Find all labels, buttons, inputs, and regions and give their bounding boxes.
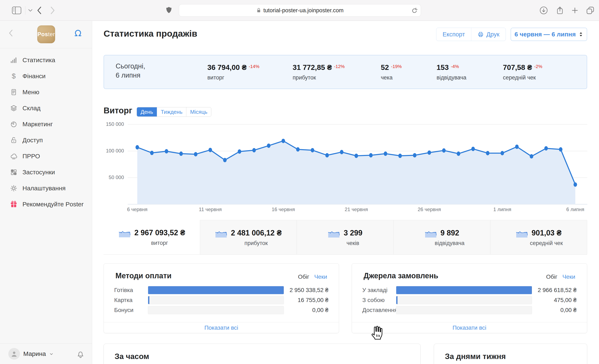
share-icon — [556, 6, 564, 15]
sidebar-item-label: Доступ — [22, 137, 43, 144]
chevron-down-icon — [28, 9, 32, 12]
bar-fill — [396, 286, 532, 294]
metric-value: 52 — [381, 63, 389, 71]
notifications-button[interactable] — [76, 349, 85, 358]
tile-profit[interactable]: 2 481 006,12 ₴ прибуток — [200, 220, 297, 254]
sidebar-item-access[interactable]: Доступ — [0, 132, 92, 148]
sidebar-item-statistics[interactable]: Статистика — [0, 52, 92, 68]
tab-day[interactable]: День — [137, 107, 157, 116]
sidebar-item-recommend[interactable]: Рекомендуйте Poster — [0, 196, 92, 212]
today-title: Сьогодні, 6 липня — [116, 62, 145, 80]
show-all-link[interactable]: Показати всі — [204, 324, 238, 331]
sidebar-menu-button[interactable] — [27, 0, 34, 21]
gear-icon — [9, 184, 18, 192]
sidebar-item-label: Застосунки — [22, 169, 55, 176]
sidebar-item-label: Статистика — [22, 57, 55, 64]
sidebar-item-apps[interactable]: Застосунки — [0, 164, 92, 180]
row-value: 475,00 ₴ — [535, 297, 577, 303]
sidebar-item-warehouse[interactable]: Склад — [0, 100, 92, 116]
person-icon — [10, 350, 18, 357]
new-tab-button[interactable] — [569, 0, 581, 21]
tile-visitors[interactable]: 9 892 відвідувача — [394, 220, 490, 254]
collapse-sidebar-button[interactable] — [8, 29, 13, 37]
bar-chart-icon — [9, 56, 18, 64]
user-name[interactable]: Марина — [23, 350, 46, 357]
by-weekday-panel: За днями тижня — [434, 344, 587, 364]
pos-terminal-button[interactable] — [72, 28, 84, 38]
sidebar-item-label: Фінанси — [22, 73, 45, 80]
metric-label: середній чек — [503, 74, 542, 81]
sidebar-item-menu[interactable]: Меню — [0, 84, 92, 100]
tile-value: 901,03 ₴ — [532, 229, 562, 237]
user-section: Марина — [0, 343, 92, 364]
today-metric-avg-receipt: 707,58 ₴-2% середній чек — [503, 63, 542, 81]
metric-label: прибуток — [293, 74, 345, 81]
forward-button[interactable] — [47, 0, 58, 21]
avatar[interactable] — [8, 348, 20, 360]
toggle-turnover[interactable]: Обіг — [298, 274, 309, 280]
bar-track — [148, 306, 284, 314]
plus-icon — [571, 7, 579, 14]
row-label: Доставлення — [362, 307, 394, 313]
logo-text-light: ter — [48, 31, 55, 38]
revenue-chart — [128, 123, 587, 206]
sidebar-item-marketing[interactable]: Маркетинг — [0, 116, 92, 132]
metric-value: 153 — [437, 63, 449, 71]
stepper-icon — [579, 32, 583, 37]
export-button[interactable]: Експорт — [436, 28, 471, 41]
panel-title: Джерела замовлень — [364, 271, 438, 280]
sparkline-icon — [516, 228, 528, 238]
sidebar-toggle-button[interactable] — [11, 0, 22, 21]
shield-icon — [165, 6, 172, 15]
tab-week[interactable]: Тиждень — [157, 107, 186, 116]
toggle-receipts[interactable]: Чеки — [562, 274, 575, 280]
tile-avg-receipt[interactable]: 901,03 ₴ середній чек — [490, 220, 587, 254]
poster-logo[interactable]: Poster — [37, 25, 55, 43]
back-button[interactable] — [34, 0, 44, 21]
row-value: 2 950 338,52 ₴ — [287, 287, 328, 293]
address-bar[interactable]: tutorial-poster-ua.joinposter.com — [179, 4, 421, 17]
toggle-receipts[interactable]: Чеки — [314, 274, 327, 280]
tile-revenue[interactable]: 2 967 093,52 ₴ виторг — [104, 220, 200, 254]
print-button[interactable]: Друк — [471, 28, 506, 41]
bar-track — [396, 286, 532, 294]
payment-methods-panel: Методи оплати Обіг Чеки Готівка 2 950 33… — [104, 263, 339, 333]
tile-label: відвідувача — [435, 240, 464, 247]
user-menu-caret[interactable] — [50, 353, 53, 355]
sidebar-item-finance[interactable]: $ Фінанси — [0, 68, 92, 84]
metric-percent: -12% — [334, 64, 345, 69]
summary-tiles-row: 2 967 093,52 ₴ виторг 2 481 006,12 ₴ при… — [104, 220, 587, 255]
revenue-section-title: Виторг — [104, 106, 132, 115]
payment-row-cash: Готівка 2 950 338,52 ₴ — [114, 285, 328, 295]
downloads-button[interactable] — [538, 0, 549, 21]
share-button[interactable] — [554, 0, 566, 21]
toggle-turnover[interactable]: Обіг — [546, 274, 557, 280]
sparkline-icon — [215, 228, 227, 238]
bar-fill — [396, 296, 397, 304]
tab-month[interactable]: Місяць — [186, 107, 211, 116]
by-time-panel: За часом — [104, 344, 421, 364]
metric-label: виторг — [207, 74, 259, 81]
sidebar-item-prro[interactable]: ПРРО — [0, 148, 92, 164]
tile-label: прибуток — [244, 240, 268, 247]
metric-percent: -2% — [534, 64, 542, 69]
sidebar-item-settings[interactable]: Налаштування — [0, 180, 92, 196]
metric-value: 36 794,00 ₴ — [207, 63, 247, 71]
privacy-report-button[interactable] — [163, 0, 174, 21]
metric-label: чека — [381, 74, 402, 81]
payment-row-bonus: Бонуси 0,00 ₴ — [114, 305, 328, 315]
tile-receipts[interactable]: 3 299 чеків — [297, 220, 394, 254]
caret-down-icon — [50, 353, 53, 355]
row-label: З собою — [362, 297, 394, 303]
date-range-picker[interactable]: 6 червня — 6 липня — [511, 28, 587, 41]
today-metric-visitors: 153-4% відвідувача — [437, 63, 466, 81]
pos-terminal-icon — [72, 28, 84, 38]
metric-percent: -19% — [391, 64, 402, 69]
date-range-label: 6 червня — 6 липня — [515, 31, 576, 38]
metric-value: 31 772,85 ₴ — [293, 63, 332, 71]
back-icon — [37, 6, 42, 15]
forward-icon — [50, 6, 55, 15]
tab-overview-button[interactable] — [584, 0, 597, 21]
reload-button[interactable] — [411, 7, 417, 14]
show-all-link[interactable]: Показати всі — [453, 324, 486, 331]
